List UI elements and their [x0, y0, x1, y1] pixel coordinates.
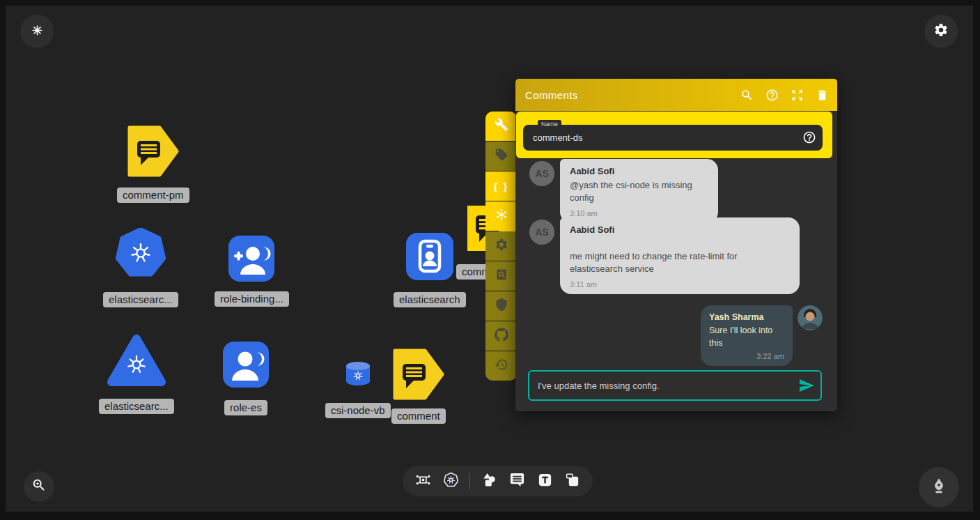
app-frame: comment-pm elasticsearc... role-binding.…: [0, 0, 980, 520]
mesh-button[interactable]: [485, 201, 517, 231]
search-icon: [740, 89, 754, 102]
comments-panel-header[interactable]: Comments: [515, 79, 837, 111]
trash-icon: [816, 89, 829, 102]
send-icon: [798, 377, 815, 394]
node-label: comment-pm: [117, 188, 189, 203]
message-author: Aabid Sofi: [570, 166, 708, 176]
chat-message: Aabid Sofi @yash the csi-node is missing…: [560, 159, 718, 223]
avatar: AS: [529, 220, 554, 245]
comment-shape-icon: [393, 349, 444, 403]
components-tool-button[interactable]: [411, 468, 435, 494]
node-action-toolbar: { }: [485, 112, 517, 381]
role-icon: [223, 342, 269, 390]
node-comment-pm[interactable]: comment-pm: [117, 125, 189, 203]
history-icon: [495, 358, 508, 374]
node-label: comment: [391, 408, 446, 424]
security-button[interactable]: [485, 291, 517, 321]
message-composer: [528, 370, 822, 401]
help-icon: [765, 89, 779, 102]
message-text: @yash the csi-node is missing config: [570, 179, 708, 204]
zoom-in-button[interactable]: [24, 471, 54, 502]
avatar: [798, 305, 823, 330]
kubernetes-heptagon-icon: [116, 228, 166, 281]
role-binding-icon: [228, 236, 274, 284]
message-author: Yash Sharma: [709, 312, 784, 322]
storage-cylinder-icon: [345, 361, 371, 389]
json-button[interactable]: { }: [485, 171, 517, 201]
node-label: role-binding...: [215, 291, 289, 307]
shapes-icon: [481, 472, 497, 491]
message-time: 3:10 am: [570, 209, 708, 217]
avatar: AS: [529, 161, 554, 186]
kubernetes-tool-button[interactable]: [439, 468, 462, 494]
toolbar-divider: [469, 473, 470, 489]
frame-tool-icon: [565, 472, 581, 491]
node-elasticsearch[interactable]: elasticsearch: [394, 233, 466, 307]
message-text: me might need to change the rate-limit f…: [570, 250, 790, 275]
shapes-tool-button[interactable]: [477, 468, 501, 494]
tag-button[interactable]: [485, 142, 517, 171]
expand-button[interactable]: [791, 89, 804, 102]
snowflake-logo-icon: [31, 24, 44, 40]
configure-button[interactable]: [485, 112, 517, 141]
shield-icon: [495, 298, 508, 314]
node-csi-node-vb[interactable]: csi-node-vb: [325, 361, 391, 418]
node-label: elasticsearch: [394, 292, 466, 307]
kubernetes-wheel-icon: [443, 472, 459, 491]
name-help-button[interactable]: [802, 130, 816, 147]
braces-icon: { }: [494, 181, 509, 192]
github-icon: [495, 328, 508, 344]
node-elasticsearch-triangle[interactable]: elasticsearc...: [99, 334, 174, 414]
name-field-section: Name: [516, 112, 832, 158]
node-label: elasticsearc...: [103, 292, 178, 307]
search-button[interactable]: [740, 89, 754, 102]
document-search-icon: [495, 268, 508, 284]
send-button[interactable]: [793, 377, 820, 394]
delete-button[interactable]: [816, 89, 829, 102]
id-badge-icon: [406, 233, 453, 283]
github-button[interactable]: [485, 321, 517, 351]
settings-action-button[interactable]: [485, 231, 517, 261]
help-button[interactable]: [765, 89, 779, 102]
settings-button[interactable]: [924, 15, 958, 48]
mesh-hub-icon: [495, 208, 508, 224]
gear-icon: [495, 238, 508, 254]
frame-tool-button[interactable]: [561, 468, 584, 494]
node-label: elasticsearc...: [99, 399, 174, 414]
history-button[interactable]: [485, 351, 517, 381]
node-label: csi-node-vb: [325, 403, 391, 418]
message-text: Sure I'll look into this: [709, 324, 784, 349]
design-canvas[interactable]: comment-pm elasticsearc... role-binding.…: [6, 6, 973, 512]
node-comment[interactable]: comment: [391, 349, 446, 424]
zoom-in-icon: [31, 477, 47, 496]
name-field-label: Name: [538, 120, 561, 128]
comment-shape-icon: [127, 125, 179, 180]
text-tool-button[interactable]: [533, 468, 557, 494]
app-logo-button[interactable]: [20, 15, 54, 48]
message-input[interactable]: [529, 381, 793, 391]
message-time: 3:22 am: [709, 352, 784, 360]
node-role-binding[interactable]: role-binding...: [215, 236, 289, 307]
node-elasticsearch-heptagon[interactable]: elasticsearc...: [103, 228, 178, 307]
kubernetes-triangle-icon: [107, 334, 166, 390]
chat-message: Yash Sharma Sure I'll look into this 3:2…: [701, 305, 793, 366]
chat-message: Aabid Sofi me might need to change the r…: [560, 217, 800, 294]
gear-icon: [933, 22, 949, 40]
text-tool-icon: [537, 472, 553, 491]
message-time: 3:11 am: [570, 280, 790, 289]
inspect-config-button[interactable]: [485, 261, 517, 291]
pen-nib-icon: [930, 477, 948, 498]
tag-icon: [495, 148, 508, 165]
comment-bubble-icon: [509, 472, 525, 491]
comments-panel: Comments Name AS Aabid Sofi @yash th: [515, 79, 837, 411]
help-icon: [802, 130, 816, 144]
expand-icon: [791, 89, 804, 102]
panel-title: Comments: [525, 89, 740, 101]
node-role-es[interactable]: role-es: [223, 342, 269, 415]
canvas-tools-toolbar: [403, 466, 593, 496]
component-graph-icon: [415, 472, 431, 491]
node-label: role-es: [224, 400, 267, 415]
comment-tool-button[interactable]: [505, 468, 529, 494]
name-input[interactable]: [523, 132, 823, 143]
pen-tool-button[interactable]: [919, 467, 959, 507]
